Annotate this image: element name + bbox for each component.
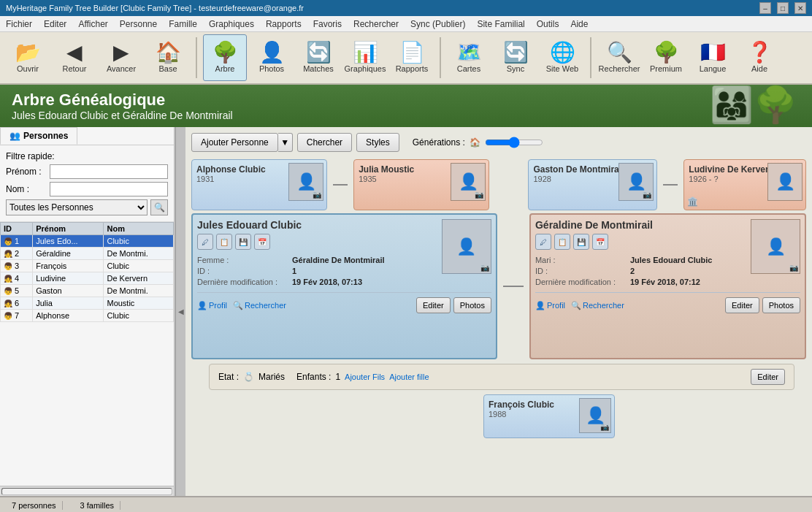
toolbar-btn-sync[interactable]: 🔄Sync [494, 34, 537, 81]
tab-personnes[interactable]: 👥 Personnes [0, 127, 77, 145]
toolbar-btn-retour[interactable]: ◀Retour [53, 34, 96, 81]
julia-photo: 👤 📷 [451, 163, 486, 201]
ouvrir-icon: 📂 [15, 42, 41, 63]
toolbar-btn-base[interactable]: 🏠Base [146, 34, 190, 81]
toolbar-btn-cartes[interactable]: 🗺️Cartes [447, 34, 491, 81]
toolbar-btn-arbre[interactable]: 🌳Arbre [203, 34, 247, 81]
geraldine-id-value: 2 [630, 267, 635, 275]
prenom-input[interactable] [50, 164, 168, 179]
menu-item-site-familial[interactable]: Site Familial [471, 18, 530, 31]
toolbar-btn-matches[interactable]: 🔄Matches [296, 34, 340, 81]
toolbar-btn-aide[interactable]: ❓Aide [738, 34, 781, 81]
jules-rechercher-link[interactable]: 🔍 Rechercher [233, 301, 286, 310]
gaston-card[interactable]: Gaston De Montmirail 1928 👤 📷 [528, 159, 657, 210]
add-person-button[interactable]: Ajouter Personne [191, 133, 278, 152]
toolbar-btn-langue[interactable]: 🇫🇷Langue [691, 34, 735, 81]
toolbar-btn-premium[interactable]: 🌳Premium [644, 34, 688, 81]
camera-icon-julia[interactable]: 📷 [475, 191, 483, 199]
menu-item-rechercher[interactable]: Rechercher [348, 18, 405, 31]
table-row[interactable]: 👦 7 Alphonse Clubic [1, 310, 174, 322]
horizontal-scrollbar-track[interactable] [1, 488, 172, 495]
generations-slider[interactable] [485, 137, 543, 148]
toolbar-btn-graphiques[interactable]: 📊Graphiques [343, 34, 387, 81]
menu-item-editer[interactable]: Editer [38, 18, 72, 31]
toolbar-btn-ouvrir[interactable]: 📂Ouvrir [6, 34, 50, 81]
close-button[interactable]: ✕ [794, 2, 806, 14]
camera-icon-gaston[interactable]: 📷 [643, 191, 651, 199]
add-fils-link[interactable]: Ajouter Fils [345, 372, 385, 381]
menu-item-outils[interactable]: Outils [531, 18, 565, 31]
maximize-button[interactable]: □ [777, 2, 789, 14]
ludivine-card[interactable]: Ludivine De Kervern 1926 - ? 👤 🏛️ [683, 159, 806, 210]
rechercher-icon: 🔍 [607, 42, 632, 63]
jules-tool-1[interactable]: 🖊 [197, 234, 213, 250]
menu-item-fichier[interactable]: Fichier [0, 18, 38, 31]
geraldine-tool-2[interactable]: 📋 [554, 234, 570, 250]
geraldine-profil-link[interactable]: 👤 Profil [535, 301, 565, 310]
search-button[interactable]: 🔍 [150, 199, 168, 215]
toolbar-btn-photos[interactable]: 👤Photos [250, 34, 294, 81]
table-row[interactable]: 👦 3 François Clubic [1, 260, 174, 272]
add-fille-link[interactable]: Ajouter fille [389, 372, 429, 381]
gender-icon: 👦 [4, 262, 12, 270]
jules-profil-link[interactable]: 👤 Profil [197, 301, 227, 310]
menu-item-rapports[interactable]: Rapports [260, 18, 307, 31]
jules-photos-btn[interactable]: Photos [453, 297, 491, 313]
connector-2 [663, 159, 678, 210]
geraldine-editer-btn[interactable]: Editer [725, 297, 759, 313]
geraldine-tool-1[interactable]: 🖊 [535, 234, 551, 250]
camera-icon-jules[interactable]: 📷 [480, 264, 489, 272]
geraldine-tool-3[interactable]: 💾 [573, 234, 589, 250]
alphonse-card[interactable]: Alphonse Clubic 1931 👤 📷 [191, 159, 327, 210]
francois-card[interactable]: François Clubic 1988 👤 📷 [483, 394, 615, 438]
table-row[interactable]: 👧 6 Julia Moustic [1, 297, 174, 310]
menu-item-famille[interactable]: Famille [163, 18, 203, 31]
ouvrir-label: Ouvrir [17, 64, 39, 73]
table-row[interactable]: 👧 2 Géraldine De Montmi. [1, 248, 174, 260]
collapse-button[interactable]: ◀ [175, 127, 185, 496]
menu-item-favoris[interactable]: Favoris [307, 18, 348, 31]
jules-tool-3[interactable]: 💾 [235, 234, 251, 250]
jules-tool-4[interactable]: 📅 [254, 234, 270, 250]
toolbar-btn-rechercher[interactable]: 🔍Rechercher [597, 34, 641, 81]
table-row[interactable]: 👦 5 Gaston De Montmi. [1, 285, 174, 297]
minimize-button[interactable]: – [759, 2, 771, 14]
toolbar-btn-avancer[interactable]: ▶Avancer [99, 34, 143, 81]
julia-card[interactable]: Julia Moustic 1935 👤 📷 [353, 159, 489, 210]
search-icon-jules: 🔍 [233, 301, 243, 310]
table-row[interactable]: 👧 4 Ludivine De Kervern [1, 272, 174, 285]
toolbar-separator-4 [196, 37, 197, 78]
add-person-dropdown[interactable]: ▼ [278, 133, 293, 152]
chercher-button[interactable]: Chercher [297, 133, 352, 152]
menu-item-graphiques[interactable]: Graphiques [203, 18, 260, 31]
geraldine-main-card[interactable]: Géraldine De Montmirail 👤 📷 🖊 📋 💾 📅 Mari… [529, 213, 806, 359]
table-row[interactable]: 👦 1 Jules Edo... Clubic [1, 235, 174, 248]
gender-icon: 👧 [4, 275, 12, 283]
camera-icon-francois[interactable]: 📷 [600, 423, 609, 431]
camera-icon-geraldine[interactable]: 📷 [789, 264, 798, 272]
nom-input[interactable] [50, 182, 168, 196]
toolbar-btn-rapports[interactable]: 📄Rapports [390, 34, 434, 81]
cell-nom: Clubic [104, 260, 174, 272]
geraldine-photos-btn[interactable]: Photos [762, 297, 800, 313]
jules-editer-btn[interactable]: Editer [416, 297, 451, 313]
menu-item-aide[interactable]: Aide [564, 18, 594, 31]
styles-button[interactable]: Styles [356, 133, 399, 152]
jules-main-card[interactable]: Jules Edouard Clubic 👤 📷 🖊 📋 💾 📅 Femme :… [191, 213, 497, 359]
toolbar-btn-site-web[interactable]: 🌐Site Web [540, 34, 584, 81]
gender-icon: 👧 [4, 299, 12, 307]
etat-label: Etat : [218, 372, 239, 382]
menu-item-afficher[interactable]: Afficher [72, 18, 113, 31]
geraldine-rechercher-link[interactable]: 🔍 Rechercher [571, 301, 624, 310]
add-person-group: Ajouter Personne ▼ [191, 133, 293, 152]
person-filter-select[interactable]: Toutes les Personnes [6, 199, 148, 215]
jules-tool-2[interactable]: 📋 [216, 234, 232, 250]
menu-item-personne[interactable]: Personne [114, 18, 163, 31]
geraldine-tool-4[interactable]: 📅 [592, 234, 608, 250]
filtre-rapide-label: Filtre rapide: [6, 151, 168, 161]
left-scrollbar[interactable] [0, 486, 174, 496]
camera-icon[interactable]: 📷 [313, 191, 321, 199]
geraldine-id-label: ID : [535, 267, 630, 275]
menu-item-sync--publier-[interactable]: Sync (Publier) [405, 18, 471, 31]
marriage-edit-button[interactable]: Editer [751, 369, 785, 385]
